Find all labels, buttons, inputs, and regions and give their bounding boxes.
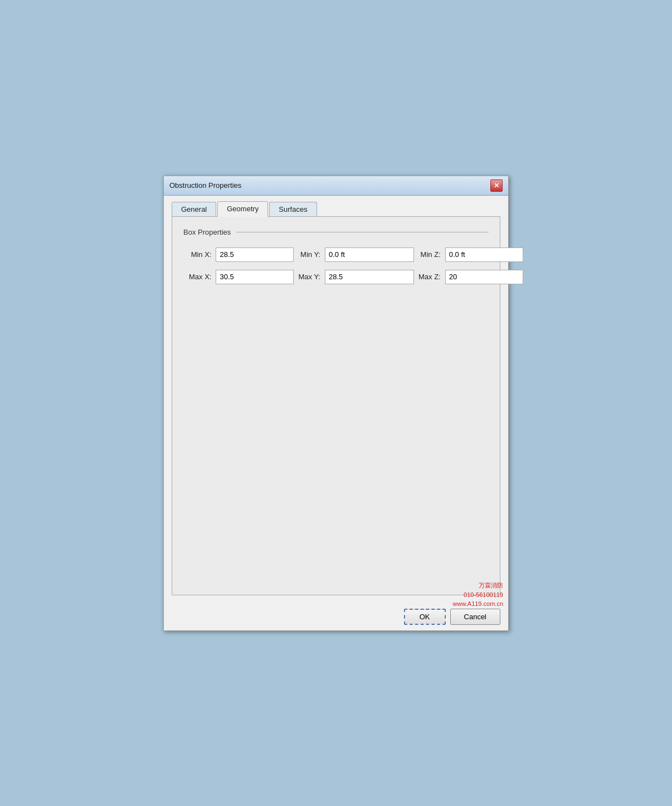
ok-button[interactable]: OK xyxy=(404,609,446,625)
cancel-button[interactable]: Cancel xyxy=(450,609,500,625)
min-x-input[interactable] xyxy=(216,247,294,262)
min-z-input[interactable] xyxy=(445,247,523,262)
max-y-input[interactable] xyxy=(325,270,414,284)
max-z-input[interactable] xyxy=(445,270,523,284)
dialog-body: General Geometry Surfaces Box Properties xyxy=(164,196,508,603)
watermark-line3: www.A119.com.cn xyxy=(453,599,503,609)
tabs-row: General Geometry Surfaces xyxy=(172,201,500,216)
section-divider xyxy=(236,232,489,232)
fields-grid: Min X: Min Y: Min Z: Max X: Max Y: Max Z… xyxy=(189,247,489,284)
min-x-label: Min X: xyxy=(189,250,211,259)
close-button[interactable]: ✕ xyxy=(490,179,503,192)
box-properties-header: Box Properties xyxy=(183,228,489,236)
max-y-label: Max Y: xyxy=(298,273,320,281)
watermark-line1: 万霖消防 xyxy=(453,581,503,590)
watermark: 万霖消防 010-56100119 www.A119.com.cn xyxy=(453,581,503,609)
section-title: Box Properties xyxy=(183,228,231,236)
tab-surfaces[interactable]: Surfaces xyxy=(269,202,316,216)
watermark-line2: 010-56100119 xyxy=(453,590,503,600)
max-x-input[interactable] xyxy=(216,270,294,284)
min-y-label: Min Y: xyxy=(298,250,320,259)
max-x-label: Max X: xyxy=(189,273,211,281)
obstruction-properties-dialog: Obstruction Properties ✕ General Geometr… xyxy=(163,176,509,631)
dialog-title: Obstruction Properties xyxy=(169,181,241,190)
tab-geometry[interactable]: Geometry xyxy=(217,201,268,217)
max-z-label: Max Z: xyxy=(418,273,441,281)
tab-content-geometry: Box Properties Min X: Min Y: Min Z: Max … xyxy=(172,216,500,595)
tab-general[interactable]: General xyxy=(172,202,216,216)
title-bar: Obstruction Properties ✕ xyxy=(164,176,508,196)
min-z-label: Min Z: xyxy=(418,250,441,259)
min-y-input[interactable] xyxy=(325,247,414,262)
